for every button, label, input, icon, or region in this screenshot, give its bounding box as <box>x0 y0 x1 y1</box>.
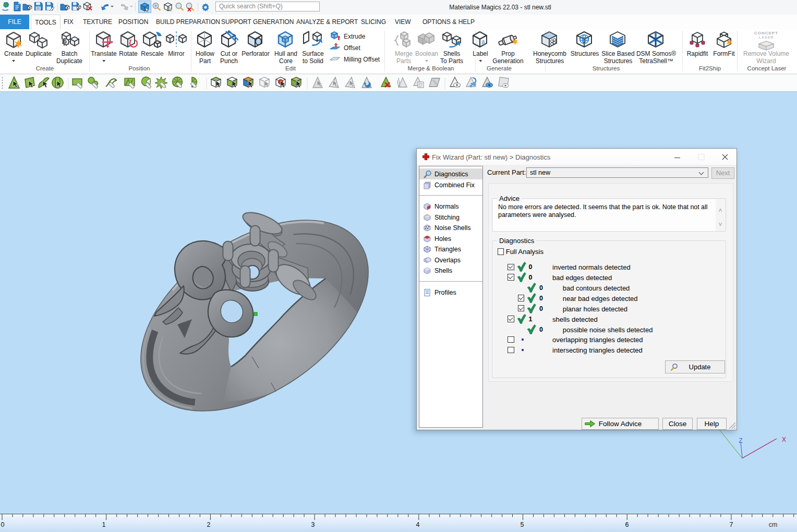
svg-text:X: X <box>782 436 786 443</box>
svg-text:A: A <box>481 39 486 45</box>
svg-text:Z: Z <box>739 437 742 444</box>
